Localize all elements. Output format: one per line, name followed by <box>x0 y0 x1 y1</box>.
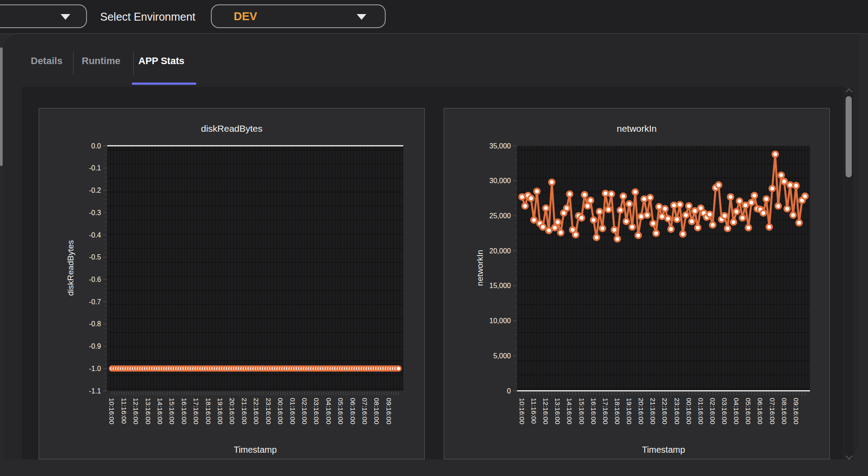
svg-text:20:16:00: 20:16:00 <box>228 398 236 425</box>
svg-text:35,000: 35,000 <box>489 142 511 150</box>
svg-text:16:16:00: 16:16:00 <box>590 398 597 425</box>
svg-text:03:16:00: 03:16:00 <box>313 398 320 425</box>
svg-text:23:16:00: 23:16:00 <box>265 398 272 425</box>
svg-text:06:16:00: 06:16:00 <box>349 398 357 425</box>
svg-text:08:16:00: 08:16:00 <box>781 398 788 425</box>
svg-text:-1.1: -1.1 <box>89 387 101 395</box>
svg-text:04:16:00: 04:16:00 <box>325 398 333 425</box>
svg-text:22:16:00: 22:16:00 <box>661 398 669 425</box>
svg-text:00:16:00: 00:16:00 <box>277 398 284 425</box>
chart-card-diskreadbytes: diskReadBytes diskReadBytes 0.0-0.1-0.2-… <box>39 108 425 459</box>
svg-text:22:16:00: 22:16:00 <box>253 398 260 425</box>
diskreadbytes-chart: 0.0-0.1-0.2-0.3-0.4-0.5-0.6-0.7-0.8-0.9-… <box>39 108 425 442</box>
svg-text:13:16:00: 13:16:00 <box>145 398 152 425</box>
scroll-down-icon[interactable] <box>846 453 853 460</box>
svg-text:19:16:00: 19:16:00 <box>217 398 224 425</box>
svg-text:20,000: 20,000 <box>489 247 511 255</box>
svg-text:18:16:00: 18:16:00 <box>614 398 621 425</box>
svg-text:05:16:00: 05:16:00 <box>745 398 752 425</box>
chevron-down-icon <box>61 14 70 20</box>
tab-divider <box>133 51 134 75</box>
svg-text:23:16:00: 23:16:00 <box>673 398 681 425</box>
svg-text:06:16:00: 06:16:00 <box>756 398 764 425</box>
svg-text:-0.7: -0.7 <box>89 298 101 306</box>
svg-text:02:16:00: 02:16:00 <box>301 398 308 425</box>
svg-text:-0.4: -0.4 <box>89 231 101 239</box>
svg-text:0: 0 <box>507 387 511 395</box>
svg-text:13:16:00: 13:16:00 <box>554 398 561 425</box>
svg-text:30,000: 30,000 <box>489 177 511 184</box>
left-select[interactable] <box>0 4 87 28</box>
svg-text:-0.5: -0.5 <box>89 253 101 261</box>
svg-text:14:16:00: 14:16:00 <box>156 398 164 425</box>
svg-text:15,000: 15,000 <box>489 282 511 289</box>
svg-text:07:16:00: 07:16:00 <box>769 398 776 425</box>
svg-text:12:16:00: 12:16:00 <box>132 398 140 425</box>
svg-text:15:16:00: 15:16:00 <box>168 398 176 425</box>
svg-text:20:16:00: 20:16:00 <box>637 398 645 425</box>
x-axis-title: Timestamp <box>517 445 810 455</box>
svg-text:00:16:00: 00:16:00 <box>685 398 693 425</box>
svg-text:19:16:00: 19:16:00 <box>626 398 633 425</box>
vertical-scrollbar-track[interactable] <box>844 88 853 459</box>
tab-details[interactable]: Details <box>31 49 62 73</box>
svg-text:-0.1: -0.1 <box>89 164 101 172</box>
svg-text:21:16:00: 21:16:00 <box>649 398 657 425</box>
svg-text:0.0: 0.0 <box>91 142 101 150</box>
svg-text:04:16:00: 04:16:00 <box>733 398 740 425</box>
tab-runtime[interactable]: Runtime <box>82 49 120 73</box>
tab-divider <box>73 51 74 75</box>
svg-text:03:16:00: 03:16:00 <box>721 398 728 425</box>
svg-text:02:16:00: 02:16:00 <box>709 398 716 425</box>
networkin-chart: 35,00030,00025,00020,00015,00010,0005,00… <box>444 108 830 442</box>
svg-text:11:16:00: 11:16:00 <box>530 398 538 424</box>
svg-text:08:16:00: 08:16:00 <box>373 398 380 425</box>
environment-select[interactable]: DEV <box>211 4 386 28</box>
svg-text:21:16:00: 21:16:00 <box>241 398 248 425</box>
svg-text:-0.9: -0.9 <box>89 343 101 350</box>
svg-text:11:16:00: 11:16:00 <box>120 398 128 424</box>
x-axis-title: Timestamp <box>107 445 403 455</box>
svg-text:09:16:00: 09:16:00 <box>792 398 800 425</box>
svg-text:5,000: 5,000 <box>493 352 511 360</box>
svg-text:10:16:00: 10:16:00 <box>518 398 526 425</box>
active-tab-underline-indicator <box>132 83 196 85</box>
svg-text:01:16:00: 01:16:00 <box>697 398 705 425</box>
environment-label: Select Environment <box>100 0 195 33</box>
svg-text:-0.8: -0.8 <box>89 320 101 328</box>
svg-text:-0.6: -0.6 <box>89 276 101 283</box>
svg-text:17:16:00: 17:16:00 <box>192 398 200 425</box>
vertical-scrollbar-thumb[interactable] <box>846 96 852 177</box>
tab-app-stats[interactable]: APP Stats <box>138 49 184 73</box>
svg-text:10,000: 10,000 <box>489 317 511 325</box>
svg-text:01:16:00: 01:16:00 <box>289 398 297 425</box>
svg-text:09:16:00: 09:16:00 <box>385 398 393 425</box>
svg-text:-0.2: -0.2 <box>89 187 101 194</box>
charts-content-area: diskReadBytes diskReadBytes 0.0-0.1-0.2-… <box>22 87 843 459</box>
top-header-bar: Select Environment DEV <box>0 0 868 34</box>
svg-text:05:16:00: 05:16:00 <box>337 398 344 425</box>
svg-text:-1.0: -1.0 <box>89 365 101 372</box>
main-panel: Details Runtime APP Stats diskReadBytes … <box>4 33 859 459</box>
svg-text:-0.3: -0.3 <box>89 209 101 216</box>
chart-card-networkin: networkIn networkIn 35,00030,00025,00020… <box>444 108 830 459</box>
svg-text:17:16:00: 17:16:00 <box>602 398 609 425</box>
scroll-up-icon[interactable] <box>846 88 853 96</box>
svg-text:25,000: 25,000 <box>489 212 511 220</box>
svg-text:07:16:00: 07:16:00 <box>361 398 369 425</box>
svg-text:14:16:00: 14:16:00 <box>566 398 573 425</box>
svg-text:10:16:00: 10:16:00 <box>108 398 116 425</box>
svg-text:18:16:00: 18:16:00 <box>205 398 212 425</box>
left-scrollbar-thumb[interactable] <box>0 47 3 166</box>
environment-select-value: DEV <box>234 10 257 23</box>
chevron-down-icon <box>357 14 366 20</box>
svg-text:15:16:00: 15:16:00 <box>578 398 586 425</box>
svg-text:12:16:00: 12:16:00 <box>542 398 550 425</box>
svg-text:16:16:00: 16:16:00 <box>181 398 188 425</box>
